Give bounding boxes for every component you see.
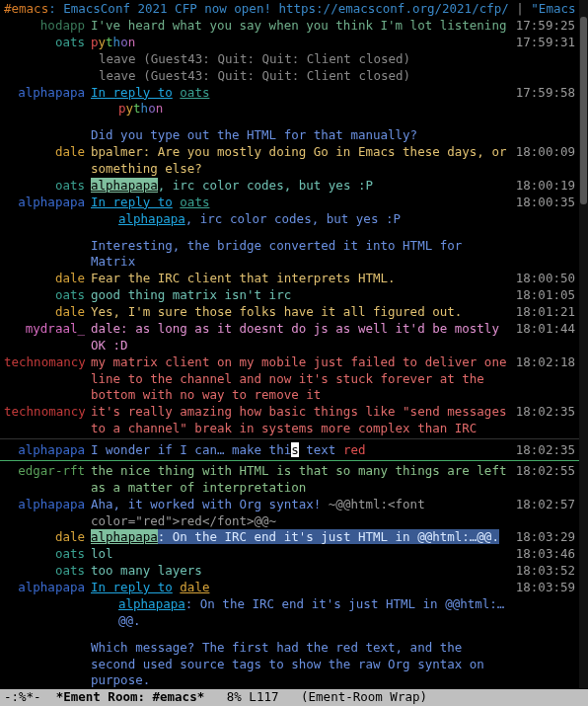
mention-link[interactable]: alphapapa	[118, 596, 185, 611]
timestamp: 18:03:46	[512, 546, 575, 563]
message-row: Which message? The first had the red tex…	[0, 640, 579, 688]
message-text: Fear the IRC client that interprets HTML…	[91, 271, 512, 287]
timestamp: 17:59:58	[512, 85, 575, 102]
modeline-line: L117	[249, 689, 301, 706]
reply-link[interactable]: In reply to	[91, 580, 173, 594]
timestamp: 18:00:35	[512, 195, 575, 211]
message-text: Aha, it worked with Org syntax! ~@@html:…	[91, 497, 512, 530]
nick: alphapapa	[4, 85, 91, 102]
message-row: mydraal_dale: as long as it doesnt do js…	[0, 321, 579, 354]
message-row: dalealphapapa: On the IRC end it's just …	[0, 529, 579, 546]
modeline-flags: -:%*-	[4, 689, 56, 706]
message-row: python	[0, 101, 579, 118]
timestamp: 18:02:18	[512, 354, 575, 371]
message-row: Interesting, the bridge converted it int…	[0, 238, 579, 272]
timestamp: 18:01:44	[512, 321, 575, 338]
message-area[interactable]: hodappI've heard what you say when you t…	[0, 18, 579, 688]
message-row: Did you type out the HTML for that manua…	[0, 127, 579, 144]
message-text: too many layers	[91, 563, 512, 580]
message-text: python	[91, 35, 512, 51]
message-row: technomancyit's really amazing how basic…	[0, 404, 579, 437]
mention-link[interactable]: alphapapa	[118, 211, 185, 226]
message-text: leave (Guest43: Quit: Quit: Client close…	[91, 51, 512, 68]
reply-target[interactable]: oats	[180, 85, 209, 100]
timestamp: 18:00:09	[512, 144, 575, 161]
scrollbar-thumb[interactable]	[580, 17, 587, 204]
reply-link[interactable]: In reply to	[91, 195, 173, 209]
timestamp: 18:02:57	[512, 497, 575, 513]
nick: oats	[4, 546, 91, 563]
nick: dale	[4, 304, 91, 321]
message-text: bpalmer: Are you mostly doing Go in Emac…	[91, 144, 512, 178]
nick: oats	[4, 35, 91, 51]
nick: oats	[4, 178, 91, 195]
message-text: python	[91, 101, 512, 118]
nick: dale	[4, 529, 91, 546]
message-text: Did you type out the HTML for that manua…	[91, 127, 512, 144]
mention[interactable]: alphapapa	[91, 178, 158, 193]
reply-target[interactable]: dale	[180, 580, 209, 594]
message-text: it's really amazing how basic things lik…	[91, 404, 512, 437]
message-text: I wonder if I can… make this text red	[91, 442, 512, 459]
reply-target[interactable]: oats	[180, 195, 209, 209]
message-text: Yes, I'm sure those folks have it all fi…	[91, 304, 512, 321]
header-topic: #emacs: EmacsConf 2021 CFP now open! htt…	[0, 0, 588, 19]
nick: oats	[4, 563, 91, 580]
nick: oats	[4, 287, 91, 304]
message-text: I've heard what you say when you think I…	[91, 18, 512, 35]
modeline-mode: (Ement-Room Wrap)	[301, 689, 427, 706]
message-row: daleFear the IRC client that interprets …	[0, 271, 579, 287]
nick: dale	[4, 271, 91, 287]
nick: technomancy	[4, 354, 91, 371]
scrollbar[interactable]	[579, 0, 588, 688]
mode-line: -:%*- *Ement Room: #emacs* 8% L117 (Emen…	[0, 689, 588, 706]
message-row: dalebpalmer: Are you mostly doing Go in …	[0, 144, 579, 178]
message-text: the nice thing with HTML is that so many…	[91, 463, 512, 497]
message-row: technomancymy matrix client on my mobile…	[0, 354, 579, 405]
message-text: my matrix client on my mobile just faile…	[91, 354, 512, 405]
message-row: edgar-rftthe nice thing with HTML is tha…	[0, 463, 579, 497]
message-text: good thing matrix isn't irc	[91, 287, 512, 304]
message-text: In reply to dale	[91, 580, 512, 596]
message-text: lol	[91, 546, 512, 563]
nick: alphapapa	[4, 195, 91, 211]
message-row: oatsalphapapa, irc color codes, but yes …	[0, 178, 579, 195]
nick: hodapp	[4, 18, 91, 35]
timestamp: 18:02:35	[512, 404, 575, 421]
message-row: oatstoo many layers18:03:52	[0, 563, 579, 580]
timestamp: 18:03:29	[512, 529, 575, 546]
message-row: oatspython17:59:31	[0, 35, 579, 51]
timestamp: 18:00:50	[512, 271, 575, 287]
message-text: alphapapa: On the IRC end it's just HTML…	[91, 529, 512, 546]
message-text: In reply to oats	[91, 195, 512, 211]
message-row: hodappI've heard what you say when you t…	[0, 18, 579, 35]
topic-a: EmacsConf 2021 CFP now open! https://ema…	[63, 1, 509, 16]
timestamp: 18:02:55	[512, 463, 575, 480]
timestamp: 17:59:31	[512, 35, 575, 51]
message-text: Interesting, the bridge converted it int…	[91, 238, 512, 272]
mention[interactable]: alphapapa	[91, 529, 158, 544]
message-row: alphapapaIn reply to oats17:59:58	[0, 85, 579, 102]
message-text: Which message? The first had the red tex…	[91, 640, 512, 688]
message-text: leave (Guest43: Quit: Quit: Client close…	[91, 68, 512, 85]
message-text: alphapapa: On the IRC end it's just HTML…	[91, 596, 512, 630]
message-row: daleYes, I'm sure those folks have it al…	[0, 304, 579, 321]
message-row: alphapapaAha, it worked with Org syntax!…	[0, 497, 579, 530]
message-text: alphapapa, irc color codes, but yes :P	[91, 178, 512, 195]
timestamp: 18:03:59	[512, 580, 575, 596]
message-row: oatsgood thing matrix isn't irc18:01:05	[0, 287, 579, 304]
message-row: oatslol18:03:46	[0, 546, 579, 563]
reply-link[interactable]: In reply to	[91, 85, 173, 100]
buffer-name: *Ement Room: #emacs*	[56, 689, 205, 706]
timestamp: 18:01:21	[512, 304, 575, 321]
channel-name: #emacs	[4, 1, 48, 16]
nick: alphapapa	[4, 580, 91, 596]
message-row: leave (Guest43: Quit: Quit: Client close…	[0, 51, 579, 68]
modeline-percent: 8%	[204, 689, 249, 706]
timestamp: 18:02:35	[512, 442, 575, 459]
message-text: dale: as long as it doesnt do js as well…	[91, 321, 512, 354]
message-text: In reply to oats	[91, 85, 512, 102]
nick: dale	[4, 144, 91, 161]
nick: edgar-rft	[4, 463, 91, 480]
nick: technomancy	[4, 404, 91, 421]
